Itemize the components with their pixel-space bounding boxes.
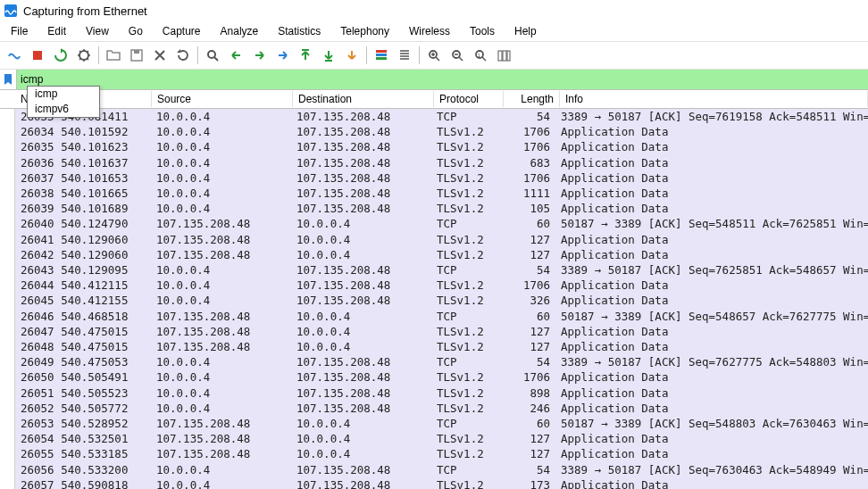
- cell-no: 26047 540.475015: [15, 324, 151, 339]
- save-file-button[interactable]: [126, 45, 147, 66]
- zoom-in-button[interactable]: [423, 45, 445, 66]
- menu-file[interactable]: File: [2, 23, 37, 39]
- menu-wireless[interactable]: Wireless: [400, 23, 459, 39]
- zoom-out-button[interactable]: [447, 45, 468, 66]
- menu-go[interactable]: Go: [120, 23, 152, 39]
- col-header-protocol[interactable]: Protocol: [434, 91, 504, 107]
- go-back-button[interactable]: [225, 45, 246, 66]
- cell-info: Application Data: [555, 293, 868, 308]
- row-gutter: [0, 262, 15, 278]
- col-header-info[interactable]: Info: [560, 91, 868, 107]
- menu-statistics[interactable]: Statistics: [269, 23, 330, 39]
- svg-rect-14: [503, 51, 506, 61]
- go-first-button[interactable]: [295, 45, 316, 66]
- table-row[interactable]: 26046 540.468518107.135.208.4810.0.0.4TC…: [0, 309, 868, 324]
- packet-rows[interactable]: 26033 540.08141110.0.0.4107.135.208.48TC…: [0, 109, 868, 489]
- table-row[interactable]: 26056 540.53320010.0.0.4107.135.208.48TC…: [0, 462, 868, 477]
- table-row[interactable]: 26049 540.47505310.0.0.4107.135.208.48TC…: [0, 354, 868, 369]
- cell-length: 127: [500, 431, 555, 446]
- table-row[interactable]: 26043 540.12909510.0.0.4107.135.208.48TC…: [0, 262, 868, 278]
- zoom-reset-button[interactable]: 1: [470, 45, 491, 66]
- open-file-button[interactable]: [103, 45, 124, 66]
- auto-scroll-button[interactable]: [341, 45, 363, 66]
- menu-help[interactable]: Help: [505, 23, 546, 39]
- menu-telephony[interactable]: Telephony: [331, 23, 398, 39]
- cell-dest: 10.0.0.4: [291, 431, 431, 446]
- close-file-button[interactable]: [149, 45, 171, 66]
- capture-options-button[interactable]: [73, 45, 95, 66]
- col-header-length[interactable]: Length: [504, 91, 560, 107]
- cell-no: 26053 540.528952: [15, 416, 151, 431]
- row-gutter: [0, 431, 15, 446]
- table-row[interactable]: 26035 540.10162310.0.0.4107.135.208.48TL…: [0, 139, 868, 154]
- table-row[interactable]: 26052 540.50577210.0.0.4107.135.208.48TL…: [0, 401, 868, 416]
- table-row[interactable]: 26039 540.10168910.0.0.4107.135.208.48TL…: [0, 201, 868, 216]
- table-row[interactable]: 26053 540.528952107.135.208.4810.0.0.4TC…: [0, 416, 868, 431]
- resize-all-columns-button[interactable]: [493, 45, 514, 66]
- go-forward-button[interactable]: [248, 45, 270, 66]
- cell-length: 105: [500, 201, 555, 216]
- cell-length: 1706: [500, 369, 555, 385]
- row-gutter: [0, 416, 15, 431]
- table-row[interactable]: 26044 540.41211510.0.0.4107.135.208.48TL…: [0, 278, 868, 293]
- table-row[interactable]: 26034 540.10159210.0.0.4107.135.208.48TL…: [0, 124, 868, 139]
- stop-capture-button[interactable]: [27, 45, 48, 66]
- display-filter-bar: [0, 70, 868, 90]
- table-row[interactable]: 26051 540.50552310.0.0.4107.135.208.48TL…: [0, 385, 868, 401]
- colorize-button[interactable]: [371, 45, 392, 66]
- cell-no: 26034 540.101592: [15, 124, 151, 139]
- table-row[interactable]: 26037 540.10165310.0.0.4107.135.208.48TL…: [0, 170, 868, 186]
- menu-view[interactable]: View: [77, 23, 118, 39]
- table-row[interactable]: 26042 540.129060107.135.208.4810.0.0.4TL…: [0, 247, 868, 262]
- table-row[interactable]: 26057 540.59081810.0.0.4107.135.208.48TL…: [0, 477, 868, 489]
- go-to-packet-button[interactable]: [271, 45, 293, 66]
- table-row[interactable]: 26041 540.129060107.135.208.4810.0.0.4TL…: [0, 232, 868, 247]
- row-gutter: [0, 446, 15, 461]
- go-last-button[interactable]: [318, 45, 339, 66]
- restart-capture-button[interactable]: [50, 45, 71, 66]
- table-row[interactable]: 26047 540.475015107.135.208.4810.0.0.4TL…: [0, 324, 868, 339]
- start-capture-button[interactable]: [4, 45, 25, 66]
- display-filter-input[interactable]: [17, 70, 868, 89]
- resize-columns-button[interactable]: [394, 45, 415, 66]
- cell-dest: 107.135.208.48: [291, 477, 431, 489]
- cell-info: Application Data: [555, 446, 868, 461]
- autocomplete-item[interactable]: icmpv6: [28, 102, 99, 117]
- cell-source: 107.135.208.48: [151, 247, 291, 262]
- autocomplete-item[interactable]: icmp: [28, 87, 99, 102]
- cell-info: 50187 → 3389 [ACK] Seq=548511 Ack=762585…: [555, 216, 868, 231]
- cell-info: 50187 → 3389 [ACK] Seq=548657 Ack=762777…: [555, 309, 868, 324]
- cell-no: 26038 540.101665: [15, 186, 151, 201]
- table-row[interactable]: 26040 540.124790107.135.208.4810.0.0.4TC…: [0, 216, 868, 231]
- table-row[interactable]: 26045 540.41215510.0.0.4107.135.208.48TL…: [0, 293, 868, 308]
- cell-length: 1706: [500, 170, 555, 186]
- filter-bookmark-icon[interactable]: [0, 70, 17, 89]
- menu-tools[interactable]: Tools: [461, 23, 504, 39]
- menu-analyze[interactable]: Analyze: [212, 23, 268, 39]
- cell-length: 60: [500, 309, 555, 324]
- cell-proto: TLSv1.2: [431, 446, 500, 461]
- cell-dest: 107.135.208.48: [291, 155, 431, 170]
- table-row[interactable]: 26033 540.08141110.0.0.4107.135.208.48TC…: [0, 109, 868, 124]
- find-packet-button[interactable]: [202, 45, 223, 66]
- table-row[interactable]: 26048 540.475015107.135.208.4810.0.0.4TL…: [0, 339, 868, 354]
- row-gutter: [0, 278, 15, 293]
- cell-length: 54: [500, 354, 555, 369]
- cell-proto: TLSv1.2: [431, 293, 500, 308]
- cell-dest: 10.0.0.4: [291, 247, 431, 262]
- menu-edit[interactable]: Edit: [38, 23, 75, 39]
- cell-info: 50187 → 3389 [ACK] Seq=548803 Ack=763046…: [555, 416, 868, 431]
- table-row[interactable]: 26038 540.10166510.0.0.4107.135.208.48TL…: [0, 186, 868, 201]
- cell-length: 683: [500, 155, 555, 170]
- row-gutter: [0, 385, 15, 401]
- menu-capture[interactable]: Capture: [154, 23, 210, 39]
- cell-no: 26041 540.129060: [15, 232, 151, 247]
- table-row[interactable]: 26050 540.50549110.0.0.4107.135.208.48TL…: [0, 369, 868, 385]
- col-header-source[interactable]: Source: [152, 91, 293, 107]
- col-header-dest[interactable]: Destination: [293, 91, 434, 107]
- table-row[interactable]: 26054 540.532501107.135.208.4810.0.0.4TL…: [0, 431, 868, 446]
- row-gutter: [0, 354, 15, 369]
- reload-button[interactable]: [172, 45, 194, 66]
- table-row[interactable]: 26055 540.533185107.135.208.4810.0.0.4TL…: [0, 446, 868, 461]
- table-row[interactable]: 26036 540.10163710.0.0.4107.135.208.48TL…: [0, 155, 868, 170]
